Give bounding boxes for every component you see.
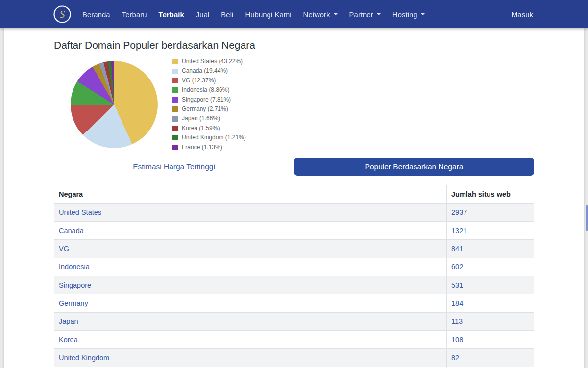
table-row: Canada1321: [54, 222, 534, 240]
legend-item[interactable]: Singapore (7.81%): [172, 95, 246, 105]
nav-item-beranda[interactable]: Beranda: [76, 10, 116, 19]
legend-label: VG (12.37%): [182, 76, 216, 85]
brand-logo[interactable]: S: [53, 5, 72, 24]
count-cell: 108: [447, 331, 534, 349]
table-row: VG841: [54, 240, 534, 258]
country-cell[interactable]: Indonesia: [54, 258, 447, 276]
main-content: Daftar Domain Populer berdasarkan Negara…: [4, 28, 584, 368]
navbar: S BerandaTerbaruTerbaikJualBeliHubungi K…: [0, 0, 588, 28]
login-link[interactable]: Masuk: [512, 10, 533, 19]
legend-swatch: [172, 116, 178, 122]
country-cell[interactable]: Germany: [54, 294, 447, 313]
action-row: Estimasi Harga Tertinggi Populer Berdasa…: [54, 158, 534, 176]
nav-item-network[interactable]: Network: [297, 10, 343, 19]
legend-item[interactable]: Indonesia (8.86%): [172, 85, 246, 95]
legend-item[interactable]: Canada (19.44%): [172, 66, 246, 76]
table-row: Indonesia602: [54, 258, 534, 276]
chevron-down-icon: [334, 13, 338, 15]
country-cell[interactable]: United States: [54, 204, 447, 222]
page-title: Daftar Domain Populer berdasarkan Negara: [54, 39, 534, 51]
legend-label: United Kingdom (1.21%): [182, 133, 246, 142]
legend-swatch: [172, 135, 178, 140]
country-cell[interactable]: VG: [54, 240, 447, 258]
legend-item[interactable]: VG (12.37%): [172, 76, 246, 85]
legend-label: Singapore (7.81%): [182, 95, 231, 105]
legend-label: Korea (1.59%): [182, 124, 220, 133]
country-cell[interactable]: Canada: [54, 222, 447, 240]
legend-swatch: [172, 69, 178, 74]
column-header-negara: Negara: [54, 185, 447, 204]
legend-label: Japan (1.66%): [182, 114, 220, 123]
country-cell[interactable]: Singapore: [54, 276, 447, 294]
country-cell[interactable]: United Kingdom: [54, 349, 447, 367]
chevron-down-icon: [377, 13, 381, 15]
legend-item[interactable]: Germany (2.71%): [172, 105, 246, 114]
legend-item[interactable]: Japan (1.66%): [172, 114, 246, 123]
count-cell: 82: [447, 349, 534, 367]
legend-swatch: [172, 126, 178, 131]
count-cell: 841: [447, 240, 534, 258]
table-row: United Kingdom82: [54, 349, 534, 367]
table-header-row: Negara Jumlah situs web: [54, 185, 534, 204]
nav-item-hubungi-kami[interactable]: Hubungi Kami: [239, 10, 297, 19]
nav-item-beli[interactable]: Beli: [215, 10, 239, 19]
legend-item[interactable]: France (1.13%): [172, 143, 246, 152]
nav-item-jual[interactable]: Jual: [190, 10, 216, 19]
action-left: Estimasi Harga Tertinggi: [54, 162, 294, 171]
count-cell: 2937: [447, 204, 534, 222]
nav-item-partner[interactable]: Partner: [343, 10, 387, 19]
legend-swatch: [172, 59, 178, 64]
scrollbar-thumb[interactable]: [586, 205, 588, 231]
legend-item[interactable]: Korea (1.59%): [172, 124, 246, 133]
country-cell[interactable]: Korea: [54, 331, 447, 349]
column-header-jumlah: Jumlah situs web: [447, 185, 534, 204]
scrollbar-track[interactable]: [586, 28, 588, 368]
populer-negara-button[interactable]: Populer Berdasarkan Negara: [294, 158, 534, 176]
legend-swatch: [172, 145, 178, 150]
legend-swatch: [172, 97, 178, 103]
legend-swatch: [172, 78, 178, 83]
table-row: Germany184: [54, 294, 534, 313]
legend-swatch: [172, 106, 178, 112]
legend-label: Canada (19.44%): [182, 66, 228, 76]
nav-item-terbaik[interactable]: Terbaik: [153, 10, 190, 19]
table-row: Korea108: [54, 331, 534, 349]
count-cell: 113: [447, 313, 534, 331]
legend-item[interactable]: United States (43.22%): [172, 57, 246, 66]
legend-label: United States (43.22%): [182, 57, 243, 66]
chevron-down-icon: [421, 13, 425, 15]
count-cell: 531: [447, 276, 534, 294]
country-table: Negara Jumlah situs web United States293…: [54, 185, 534, 368]
nav-item-hosting[interactable]: Hosting: [387, 10, 431, 19]
country-cell[interactable]: Japan: [54, 313, 447, 331]
table-row: Singapore531: [54, 276, 534, 294]
table-body: United States2937Canada1321VG841Indonesi…: [54, 204, 534, 368]
country-table-wrap: Negara Jumlah situs web United States293…: [54, 185, 534, 368]
table-row: Japan113: [54, 313, 534, 331]
legend-label: France (1.13%): [182, 143, 222, 152]
legend-item[interactable]: United Kingdom (1.21%): [172, 133, 246, 142]
chart-legend: United States (43.22%)Canada (19.44%)VG …: [172, 57, 246, 152]
logo-icon: S: [53, 5, 72, 24]
legend-label: Indonesia (8.86%): [182, 85, 229, 95]
count-cell: 1321: [447, 222, 534, 240]
action-right: Populer Berdasarkan Negara: [294, 158, 534, 176]
table-row: United States2937: [54, 204, 534, 222]
nav-items: BerandaTerbaruTerbaikJualBeliHubungi Kam…: [76, 10, 512, 19]
count-cell: 184: [447, 294, 534, 313]
pie-chart[interactable]: [71, 61, 158, 148]
svg-text:S: S: [60, 8, 65, 20]
estimasi-harga-link[interactable]: Estimasi Harga Tertinggi: [133, 162, 215, 171]
legend-swatch: [172, 87, 178, 93]
count-cell: 602: [447, 258, 534, 276]
nav-item-terbaru[interactable]: Terbaru: [116, 10, 153, 19]
legend-label: Germany (2.71%): [182, 105, 228, 114]
chart-section: United States (43.22%)Canada (19.44%)VG …: [71, 58, 534, 151]
